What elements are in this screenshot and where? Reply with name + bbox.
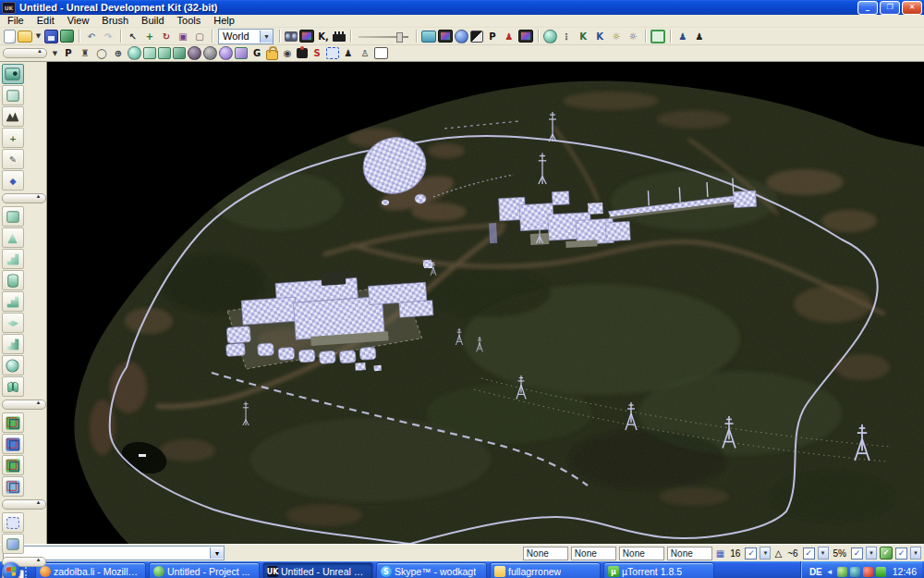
lock-selection-icon[interactable] [266, 50, 278, 60]
tray-utorrent-icon[interactable] [876, 567, 886, 577]
scale-nonuniform-tool-icon[interactable]: ▢ [192, 30, 207, 43]
add-volume-button[interactable] [2, 534, 24, 554]
brush-cone-button[interactable] [2, 228, 24, 248]
cube-purple-icon[interactable] [235, 47, 248, 59]
minimize-button[interactable]: _ [857, 1, 878, 15]
green-frame-tool-icon[interactable] [650, 30, 665, 43]
cube-green-2-icon[interactable] [158, 47, 171, 59]
publish-p-icon[interactable]: P [61, 46, 76, 60]
scale-snap-dropdown[interactable]: ▼ [866, 547, 877, 560]
rotate-tool-icon[interactable]: ↻ [159, 30, 174, 43]
pawn-dark-icon[interactable]: ♟ [341, 46, 356, 60]
menu-brush[interactable]: Brush [95, 15, 135, 27]
camera-mode-button[interactable] [2, 64, 24, 84]
geometry-edit-button[interactable]: ◆ [2, 170, 24, 191]
player-start-1-icon[interactable]: ♟ [675, 30, 690, 43]
status-field-1[interactable]: None [523, 547, 568, 560]
bulb-tool-1-icon[interactable]: ☼ [609, 30, 624, 43]
menu-help[interactable]: Help [207, 15, 241, 27]
sphere-dark-2-icon[interactable] [203, 46, 217, 60]
brush-sphere-button[interactable] [2, 355, 24, 375]
scale-snap-checkbox[interactable]: ✓ [851, 547, 863, 560]
task-firefox[interactable]: zadolba.li - Mozilla Fir... [35, 562, 146, 578]
tray-network-icon[interactable] [850, 567, 860, 577]
toolbox-rollup[interactable] [2, 499, 46, 510]
sphere-purple-icon[interactable] [219, 46, 233, 60]
menu-view[interactable]: View [61, 15, 96, 27]
blue-frame-icon[interactable] [326, 47, 339, 59]
kismet-icon[interactable]: K, [316, 30, 331, 43]
far-clip-slider-icon[interactable] [357, 30, 410, 43]
brush-cube-button[interactable] [2, 206, 24, 227]
rollup-dropdown-icon[interactable]: ▼ [51, 46, 59, 60]
status-field-4[interactable]: None [667, 547, 712, 560]
wheel-sphere-icon[interactable]: ⊕ [111, 46, 126, 60]
start-button[interactable] [2, 562, 20, 578]
menu-build[interactable]: Build [135, 15, 170, 27]
brush-volumetric-button[interactable] [2, 376, 24, 397]
cube-green-1-icon[interactable] [143, 47, 156, 59]
play-in-editor-icon[interactable]: P [485, 30, 500, 43]
build-geometry-icon[interactable] [470, 31, 483, 43]
group-g-icon[interactable]: G [249, 46, 264, 60]
simulate-s-icon[interactable]: S [310, 46, 324, 60]
bulb-tool-2-icon[interactable]: ☼ [626, 30, 640, 43]
brush-staircase-button[interactable] [2, 291, 24, 312]
geometry-mode-button[interactable] [2, 85, 24, 105]
csg-intersect-button[interactable] [2, 455, 24, 475]
play-on-device-icon[interactable]: ♟ [502, 30, 517, 43]
csg-deintersect-button[interactable] [2, 476, 24, 497]
undo-icon[interactable]: ↶ [84, 30, 99, 43]
vertical-dots-icon[interactable]: ⋮ [559, 30, 574, 43]
save-all-icon[interactable] [60, 30, 74, 43]
coordinate-system-combo[interactable]: World▼ [218, 29, 274, 44]
task-skype[interactable]: SSkype™ - wodkagt [376, 562, 487, 578]
open-level-browser-icon[interactable] [421, 31, 436, 43]
geodesic-sphere-icon[interactable]: ◯ [94, 46, 109, 60]
joystick-preview-icon[interactable] [297, 48, 308, 58]
matinee-icon[interactable] [333, 31, 346, 42]
actor-stamp-icon[interactable]: ♜ [78, 46, 92, 60]
sphere-mode-icon[interactable] [543, 30, 557, 43]
save-map-icon[interactable] [44, 30, 58, 43]
search-actors-icon[interactable] [285, 31, 298, 42]
brush-spiral-staircase-button[interactable] [2, 334, 24, 354]
toolbox-rollup[interactable] [2, 193, 46, 203]
drag-grid-checkbox[interactable]: ✓ [745, 547, 757, 560]
drag-grid-dropdown[interactable]: ▼ [760, 547, 771, 560]
tray-antivirus-icon[interactable] [837, 567, 847, 577]
language-indicator[interactable]: DE [809, 567, 822, 577]
perspective-viewport[interactable] [47, 62, 924, 544]
kismet-jump-up-icon[interactable]: K [576, 30, 590, 43]
select-tool-icon[interactable]: ↖ [126, 30, 140, 43]
task-folder[interactable]: fullagrronew [490, 562, 601, 578]
brush-clip-pen-button[interactable]: ✎ [2, 149, 24, 169]
translate-tool-icon[interactable]: + [142, 30, 157, 43]
status-field-3[interactable]: None [619, 547, 664, 560]
cube-green-3-icon[interactable] [173, 47, 186, 59]
rotation-grid-dropdown[interactable]: ▼ [818, 547, 829, 560]
toolbox-rollup[interactable] [2, 400, 46, 410]
menu-edit[interactable]: Edit [30, 15, 61, 27]
player-start-2-icon[interactable]: ♟ [692, 30, 707, 43]
csg-subtract-button[interactable] [2, 434, 24, 454]
add-special-brush-button[interactable] [2, 512, 24, 533]
content-browser-icon[interactable] [299, 30, 314, 43]
kismet-jump-down-icon[interactable]: K [592, 30, 607, 43]
pawn-run-icon[interactable]: ♙ [358, 46, 372, 60]
csg-add-button[interactable] [2, 412, 24, 433]
status-field-2[interactable]: None [571, 547, 616, 560]
eye-visibility-icon[interactable]: ◉ [280, 46, 295, 60]
teal-ball-icon[interactable] [128, 46, 141, 60]
terrain-mode-button[interactable] [2, 106, 24, 127]
new-file-icon[interactable] [4, 30, 16, 43]
open-file-icon[interactable] [18, 31, 32, 43]
task-udk-editor[interactable]: UKUntitled - Unreal Dev... [262, 562, 373, 578]
build-lighting-icon[interactable] [518, 30, 533, 43]
restore-button[interactable]: ❐ [880, 1, 900, 15]
chevron-down-icon[interactable]: ▼ [260, 31, 273, 43]
actor-classes-icon[interactable] [438, 30, 453, 43]
brush-cylinder-button[interactable] [2, 270, 24, 290]
translate-widget-button[interactable]: + [2, 128, 24, 148]
tray-volume-muted-icon[interactable] [863, 567, 873, 577]
